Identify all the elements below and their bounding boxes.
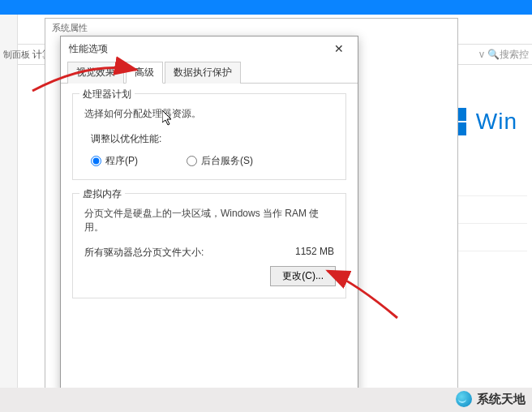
dialog-title: 性能选项	[69, 42, 108, 56]
search-icon: 🔍	[487, 49, 500, 60]
radio-background-label: 后台服务(S)	[201, 154, 253, 168]
radio-row: 程序(P) 后台服务(S)	[91, 154, 336, 168]
tab-visual-effects[interactable]: 视觉效果	[67, 62, 124, 84]
window-top-band	[0, 0, 532, 15]
radio-programs-input[interactable]	[91, 156, 101, 166]
search-placeholder: 搜索控	[500, 48, 529, 62]
paging-total-row: 所有驱动器总分页文件大小: 1152 MB	[84, 246, 334, 260]
processor-scheduling-group: 处理器计划 选择如何分配处理器资源。 调整以优化性能: 程序(P) 后台服务(S…	[72, 93, 346, 180]
processor-scheduling-desc: 选择如何分配处理器资源。	[84, 107, 336, 121]
radio-background[interactable]: 后台服务(S)	[187, 154, 253, 168]
performance-options-dialog: 性能选项 ✕ 视觉效果 高级 数据执行保护 处理器计划 选择如何分配处理器资源。…	[60, 36, 358, 393]
close-button[interactable]: ✕	[325, 39, 353, 58]
tab-body: 处理器计划 选择如何分配处理器资源。 调整以优化性能: 程序(P) 后台服务(S…	[61, 84, 358, 321]
breadcrumb-separator: ›	[26, 49, 29, 60]
bottom-band	[0, 388, 532, 412]
windows-brand-text: Win	[476, 109, 517, 135]
paging-total-value: 1152 MB	[295, 246, 334, 260]
paging-total-label: 所有驱动器总分页文件大小:	[84, 246, 204, 260]
watermark-text: 系统天地	[477, 392, 526, 407]
processor-scheduling-legend: 处理器计划	[79, 88, 135, 101]
virtual-memory-group: 虚拟内存 分页文件是硬盘上的一块区域，Windows 当作 RAM 使用。 所有…	[72, 193, 346, 298]
radio-programs-label: 程序(P)	[105, 154, 138, 168]
change-button[interactable]: 更改(C)...	[270, 266, 336, 286]
tab-advanced[interactable]: 高级	[126, 62, 163, 84]
virtual-memory-legend: 虚拟内存	[79, 187, 125, 201]
tab-strip: 视觉效果 高级 数据执行保护	[61, 61, 358, 84]
virtual-memory-desc: 分页文件是硬盘上的一块区域，Windows 当作 RAM 使用。	[84, 207, 336, 234]
dialog-titlebar: 性能选项 ✕	[61, 36, 358, 61]
change-button-row: 更改(C)...	[83, 266, 336, 286]
system-properties-title: 系统属性	[45, 19, 457, 36]
globe-icon	[456, 391, 472, 407]
close-icon: ✕	[334, 42, 344, 55]
watermark: 系统天地	[456, 391, 526, 407]
tab-dep[interactable]: 数据执行保护	[165, 62, 241, 84]
left-panel-strip	[0, 15, 18, 388]
radio-programs[interactable]: 程序(P)	[91, 154, 138, 168]
radio-background-input[interactable]	[187, 156, 197, 166]
chevron-icon: v	[479, 49, 484, 60]
search-box[interactable]: v 🔍 搜索控	[479, 44, 529, 65]
adjust-for-label: 调整以优化性能:	[91, 132, 336, 146]
